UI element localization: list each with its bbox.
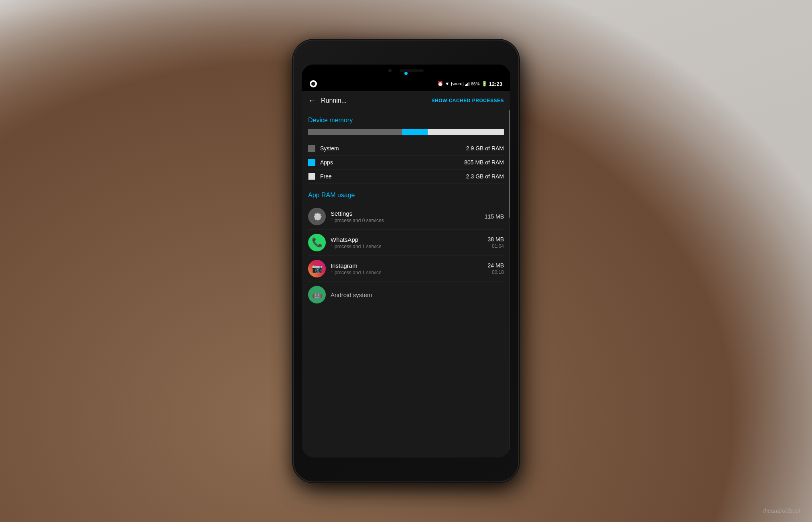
whatsapp-app-info: WhatsApp 1 process and 1 service: [331, 236, 483, 249]
phone-shell: ⏰ ▼ VoLTE 66% 🔋 12:2: [294, 40, 518, 482]
status-bar-right: ⏰ ▼ VoLTE 66% 🔋 12:2: [437, 81, 502, 87]
instagram-app-name: Instagram: [331, 262, 483, 269]
legend-row-free: Free 2.3 GB of RAM: [308, 170, 504, 184]
whatsapp-memory-size: 38 MB: [488, 236, 504, 243]
settings-memory-size: 115 MB: [485, 213, 504, 220]
free-color-box: [308, 173, 315, 180]
signal-strength: [465, 81, 469, 86]
battery-level: 66%: [471, 81, 480, 86]
instagram-icon-symbol: 📷: [312, 263, 323, 274]
notification-dot: [404, 72, 408, 75]
signal-bar-3: [467, 83, 468, 86]
whatsapp-app-name: WhatsApp: [331, 236, 483, 243]
list-item[interactable]: Settings 1 process and 0 services 115 MB: [308, 204, 504, 230]
whatsapp-icon-symbol: 📞: [312, 237, 323, 248]
legend-row-apps: Apps 805 MB of RAM: [308, 156, 504, 170]
phone-screen: ⏰ ▼ VoLTE 66% 🔋 12:2: [302, 65, 510, 457]
chat-bubble-inner: [311, 82, 315, 86]
camera-dot: [388, 69, 392, 72]
show-cached-processes-button[interactable]: SHOW CACHED PROCESSES: [431, 98, 504, 103]
signal-bar-4: [469, 82, 469, 86]
system-color-box: [308, 145, 315, 152]
settings-app-name: Settings: [331, 210, 480, 217]
volte-badge: VoLTE: [451, 82, 463, 86]
list-item[interactable]: 📞 WhatsApp 1 process and 1 service 38 MB…: [308, 230, 504, 256]
settings-app-memory: 115 MB: [485, 213, 504, 220]
system-value: 2.9 GB of RAM: [466, 145, 504, 152]
android-app-icon: 🤖: [308, 286, 326, 303]
settings-app-info: Settings 1 process and 0 services: [331, 210, 480, 223]
watermark: theandroidsoul: [763, 508, 800, 514]
apps-bar-segment: [402, 129, 427, 135]
alarm-icon: ⏰: [437, 81, 443, 87]
instagram-app-icon: 📷: [308, 260, 326, 277]
app-header: ← Runnin... SHOW CACHED PROCESSES: [302, 91, 510, 110]
settings-app-process: 1 process and 0 services: [331, 218, 480, 223]
wifi-icon: ▼: [445, 81, 450, 87]
memory-legend: System 2.9 GB of RAM Apps 805 MB of RAM: [308, 142, 504, 184]
status-bar: ⏰ ▼ VoLTE 66% 🔋 12:2: [302, 77, 510, 91]
android-app-info: Android system: [331, 291, 504, 298]
speaker-slot: [400, 69, 424, 72]
apps-value: 805 MB of RAM: [464, 159, 504, 166]
gear-icon: [311, 210, 323, 223]
instagram-memory-size: 24 MB: [488, 262, 504, 269]
free-bar-segment: [428, 129, 504, 135]
device-memory-section: Device memory System 2.9: [308, 117, 504, 184]
instagram-app-memory: 24 MB 00:18: [488, 262, 504, 275]
memory-bar: [308, 129, 504, 135]
phone-top-bar: [302, 65, 510, 77]
instagram-memory-time: 00:18: [488, 269, 504, 275]
app-ram-title: App RAM usage: [308, 192, 504, 199]
android-app-name: Android system: [331, 291, 504, 298]
battery-icon: 🔋: [481, 81, 487, 87]
legend-row-system: System 2.9 GB of RAM: [308, 142, 504, 156]
header-title: Runnin...: [321, 97, 426, 104]
android-icon-symbol: 🤖: [312, 290, 322, 299]
scrollbar-track[interactable]: [509, 110, 510, 457]
settings-app-icon: [308, 208, 326, 225]
signal-bar-1: [465, 85, 466, 86]
apps-color-box: [308, 159, 315, 166]
whatsapp-app-icon: 📞: [308, 234, 326, 251]
system-bar-segment: [308, 129, 402, 135]
whatsapp-memory-time: 01:04: [488, 243, 504, 249]
list-item[interactable]: 🤖 Android system: [308, 282, 504, 308]
apps-label: Apps: [320, 159, 464, 166]
device-memory-title: Device memory: [308, 117, 504, 124]
instagram-app-process: 1 process and 1 service: [331, 270, 483, 275]
free-label: Free: [320, 173, 466, 180]
system-label: System: [320, 145, 466, 152]
back-button[interactable]: ←: [308, 96, 316, 105]
scrollbar-thumb[interactable]: [509, 110, 510, 218]
phone-device: ⏰ ▼ VoLTE 66% 🔋 12:2: [294, 40, 518, 482]
chat-bubble-icon: [310, 80, 317, 87]
signal-bar-2: [466, 84, 467, 86]
app-ram-section: App RAM usage Settings 1 process and 0 s…: [308, 192, 504, 308]
whatsapp-app-process: 1 process and 1 service: [331, 244, 483, 249]
free-value: 2.3 GB of RAM: [466, 173, 504, 180]
whatsapp-app-memory: 38 MB 01:04: [488, 236, 504, 249]
app-content: Device memory System 2.9: [302, 110, 510, 457]
status-time: 12:23: [489, 81, 502, 87]
list-item[interactable]: 📷 Instagram 1 process and 1 service 24 M…: [308, 256, 504, 282]
instagram-app-info: Instagram 1 process and 1 service: [331, 262, 483, 275]
status-bar-left: [310, 80, 317, 87]
